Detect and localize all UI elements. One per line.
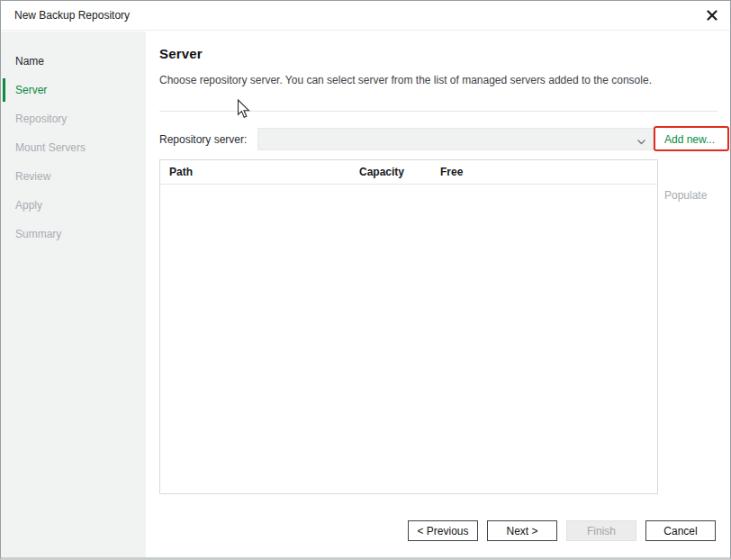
sidebar-item-review[interactable]: Review [1, 162, 146, 191]
column-header-path[interactable]: Path [160, 166, 359, 178]
dialog-title: New Backup Repository [14, 9, 130, 22]
sidebar-item-summary[interactable]: Summary [1, 220, 146, 248]
table-header-row: Path Capacity Free [160, 160, 657, 185]
footer-button-bar: < Previous Next > Finish Cancel [408, 520, 716, 541]
previous-button[interactable]: < Previous [408, 520, 478, 541]
page-title: Server [159, 46, 203, 61]
table-body-empty[interactable] [160, 185, 657, 493]
sidebar-item-apply[interactable]: Apply [1, 191, 146, 220]
titlebar: New Backup Repository [1, 1, 730, 31]
server-paths-table: Path Capacity Free [159, 159, 658, 494]
repository-server-dropdown[interactable] [257, 128, 654, 150]
add-new-link[interactable]: Add new... [664, 133, 715, 146]
new-backup-repository-dialog: New Backup Repository Name Server Reposi… [0, 0, 731, 560]
wizard-steps-sidebar: Name Server Repository Mount Servers Rev… [1, 32, 146, 557]
sidebar-item-server[interactable]: Server [1, 76, 146, 104]
repository-server-label: Repository server: [159, 133, 247, 146]
sidebar-item-repository[interactable]: Repository [1, 104, 146, 133]
separator [159, 111, 717, 112]
column-header-capacity[interactable]: Capacity [359, 166, 440, 178]
close-icon[interactable] [704, 7, 720, 23]
next-button[interactable]: Next > [487, 520, 557, 541]
finish-button[interactable]: Finish [566, 520, 636, 541]
populate-button[interactable]: Populate [664, 189, 707, 202]
sidebar-item-name[interactable]: Name [1, 47, 146, 76]
cancel-button[interactable]: Cancel [645, 520, 716, 541]
column-header-free[interactable]: Free [440, 166, 657, 178]
page-description: Choose repository server. You can select… [159, 74, 652, 86]
sidebar-item-mount-servers[interactable]: Mount Servers [1, 133, 146, 162]
chevron-down-icon [636, 134, 646, 150]
